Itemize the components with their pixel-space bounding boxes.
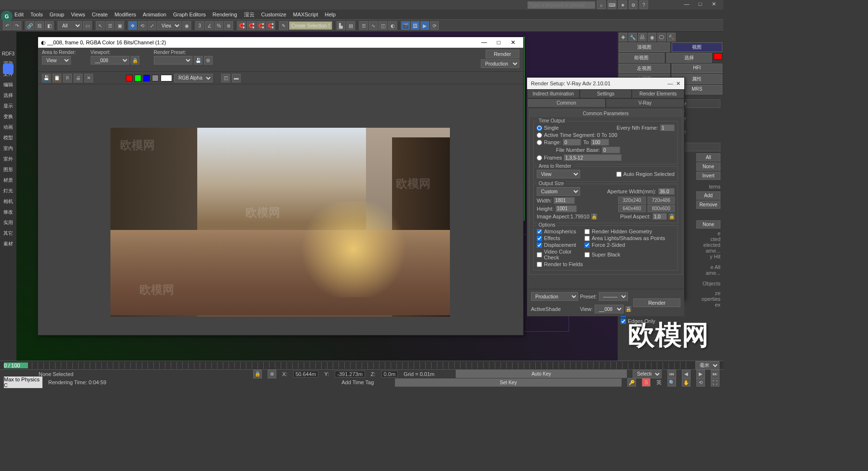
rotate-icon[interactable]: ⟲	[138, 21, 147, 30]
set-key-button[interactable]: Set Key	[395, 378, 622, 387]
render-fields-checkbox[interactable]	[537, 262, 542, 267]
footer-production-dropdown[interactable]: Production	[531, 292, 578, 301]
lock-pixel-icon[interactable]: 🔒	[669, 214, 675, 219]
copy-image-icon[interactable]: 📋	[53, 74, 61, 82]
select-object-icon[interactable]: ↖	[96, 21, 105, 30]
sidebar-shape[interactable]: 图形	[3, 166, 13, 173]
rw-close-button[interactable]: ✕	[506, 39, 520, 46]
view-hfi-button[interactable]: HFI	[672, 64, 723, 73]
render-canvas[interactable]: 欧模网 欧模网 欧模网 欧模网	[38, 84, 523, 335]
color-swatch[interactable]	[714, 53, 722, 60]
sidebar-light[interactable]: 灯光	[3, 188, 13, 194]
mirror-icon[interactable]: ▙	[337, 21, 345, 30]
percent-snap-icon[interactable]: %	[215, 21, 223, 30]
red-channel-toggle[interactable]	[126, 75, 133, 81]
play-fwd-icon[interactable]: ⏭	[711, 370, 719, 378]
render-frame-icon[interactable]: 🖼	[411, 21, 420, 30]
sidebar-transform[interactable]: 变换	[3, 113, 13, 120]
rw-maximize-button[interactable]: □	[491, 39, 506, 46]
schematic-icon[interactable]: ◫	[379, 21, 387, 30]
tab-vray[interactable]: V-Ray	[606, 98, 684, 108]
output-size-dropdown[interactable]: Custom	[537, 187, 580, 196]
clone-image-icon[interactable]: ⎘	[63, 74, 72, 82]
pixel-aspect-spinner[interactable]	[652, 213, 667, 220]
named-selection-input[interactable]	[289, 21, 332, 30]
add-button[interactable]: Add	[696, 191, 720, 200]
create-tab-icon[interactable]: ✚	[619, 33, 627, 41]
toggle-ui-icon[interactable]: ◫	[221, 74, 230, 82]
preset-save-icon[interactable]: 💾	[194, 56, 203, 65]
sidebar-interior[interactable]: 室内	[3, 145, 13, 152]
viewport-dropdown[interactable]: __008	[91, 56, 129, 65]
select-name-icon[interactable]: ☰	[106, 21, 114, 30]
common-params-rollout[interactable]: Common Parameters	[529, 110, 682, 117]
y-value[interactable]: -391.273m	[335, 371, 365, 377]
displacement-checkbox[interactable]	[537, 242, 542, 248]
preset-720x486[interactable]: 720x486	[648, 197, 675, 204]
view-front-button[interactable]: 前视图	[619, 53, 665, 63]
magnet3-icon[interactable]: 🧲	[257, 21, 265, 30]
area-to-render-dropdown[interactable]: View	[42, 56, 71, 65]
hierarchy-tab-icon[interactable]: 品	[638, 33, 647, 41]
channel-dropdown[interactable]: RGB Alpha	[174, 74, 213, 82]
frames-input[interactable]	[564, 154, 622, 161]
footer-view-dropdown[interactable]: __008	[595, 305, 624, 313]
align-icon[interactable]: ▤	[346, 21, 355, 30]
sidebar-modify[interactable]: 修改	[3, 209, 13, 215]
z-value[interactable]: 0.0m	[381, 371, 398, 377]
close-button[interactable]: ✕	[708, 1, 719, 9]
aperture-spinner[interactable]	[658, 188, 675, 195]
preset-800x600[interactable]: 800x600	[648, 205, 675, 212]
magnet-icon[interactable]: 🧲	[237, 21, 246, 30]
sidebar-edit[interactable]: 编辑	[3, 81, 13, 88]
plugin-icon[interactable]	[3, 64, 14, 74]
magnet4-icon[interactable]: 🧲	[266, 21, 275, 30]
render-prod-icon[interactable]: ▶	[420, 21, 429, 30]
force-2sided-checkbox[interactable]	[584, 242, 590, 248]
print-icon[interactable]: 🖨	[74, 74, 82, 82]
unlink-icon[interactable]: ⛓	[35, 21, 44, 30]
menu-group[interactable]: Group	[50, 12, 65, 17]
active-segment-radio[interactable]	[537, 133, 542, 138]
bind-icon[interactable]: ◧	[45, 21, 54, 30]
select-region-icon[interactable]: ▣	[115, 21, 124, 30]
utility-tab-icon[interactable]: 🔨	[667, 33, 676, 41]
single-radio[interactable]	[537, 125, 542, 131]
hotkey-icon[interactable]: ⌨	[608, 0, 616, 9]
display-tab-icon[interactable]: 🖵	[657, 33, 666, 41]
binoculars-icon[interactable]: ⌕	[597, 0, 606, 9]
key-filter-dropdown[interactable]: Selected	[633, 370, 662, 378]
render-button[interactable]: Render	[486, 50, 519, 58]
menu-graph-editors[interactable]: Graph Editors	[173, 12, 206, 17]
view-select-button[interactable]: 选择	[666, 53, 712, 63]
blue-channel-toggle[interactable]	[143, 75, 150, 81]
rs-close-button[interactable]: ✕	[676, 81, 680, 87]
tab-render-elements[interactable]: Render Elements	[632, 89, 684, 98]
sidebar-material[interactable]: 材质	[3, 177, 13, 184]
sidebar-model[interactable]: 模型	[3, 135, 13, 141]
lock-selection-icon[interactable]: 🔒	[253, 370, 262, 378]
rw-minimize-button[interactable]: —	[477, 39, 491, 46]
tab-common[interactable]: Common	[527, 98, 606, 108]
tab-indirect-illumination[interactable]: Indirect illumination	[527, 89, 580, 98]
timeline-ruler[interactable]	[32, 362, 692, 369]
menu-views[interactable]: Views	[71, 12, 85, 17]
magnet2-icon[interactable]: 🧲	[247, 21, 256, 30]
clear-icon[interactable]: ✕	[84, 74, 93, 82]
menu-modifiers[interactable]: Modifiers	[114, 12, 136, 17]
unit-dropdown[interactable]: 毫米	[695, 361, 719, 370]
redo-icon[interactable]: ↷	[13, 21, 21, 30]
render-iter-icon[interactable]: ⟳	[430, 21, 439, 30]
effects-checkbox[interactable]	[537, 236, 542, 241]
all-button[interactable]: All	[696, 153, 720, 161]
spinner-snap-icon[interactable]: ⊕	[224, 21, 233, 30]
sidebar-camera[interactable]: 相机	[3, 198, 13, 205]
move-icon[interactable]: ✥	[128, 21, 137, 30]
time-slider[interactable]: 0 / 100	[4, 363, 28, 368]
maximize-button[interactable]: □	[694, 1, 706, 9]
invert-button[interactable]: Invert	[696, 172, 720, 180]
green-channel-toggle[interactable]	[135, 75, 141, 81]
ref-coord-dropdown[interactable]: View	[157, 21, 181, 30]
layers-icon[interactable]: ☰	[359, 21, 368, 30]
view-view-button[interactable]: 视图	[672, 42, 723, 52]
